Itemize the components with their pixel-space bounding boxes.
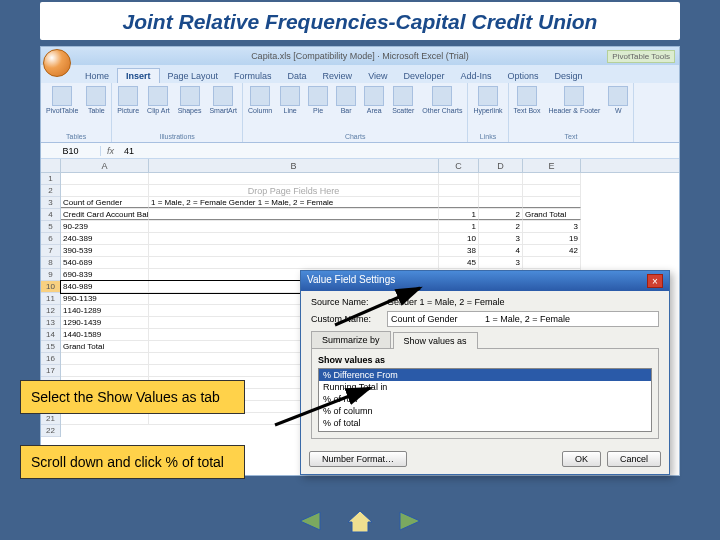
tab-view[interactable]: View [360, 69, 395, 83]
name-box[interactable]: B10 [41, 146, 101, 156]
col-header[interactable]: E [523, 159, 581, 172]
cell[interactable] [439, 173, 479, 184]
col-header[interactable]: D [479, 159, 523, 172]
cell[interactable] [479, 173, 523, 184]
cell[interactable]: 1290-1439 [61, 317, 149, 328]
cell[interactable] [61, 365, 149, 376]
cell[interactable]: 990-1139 [61, 293, 149, 304]
tab-design[interactable]: Design [547, 69, 591, 83]
cell[interactable]: 690-839 [61, 269, 149, 280]
number-format-button[interactable]: Number Format… [309, 451, 407, 467]
cell[interactable]: 1140-1289 [61, 305, 149, 316]
home-button[interactable] [344, 508, 376, 534]
ribbon-scatter[interactable]: Scatter [391, 85, 415, 115]
cell[interactable]: Grand Total [523, 209, 581, 220]
row-header[interactable]: 17 [41, 365, 60, 377]
cell[interactable] [61, 413, 149, 424]
close-icon[interactable]: × [647, 274, 663, 288]
tab-review[interactable]: Review [315, 69, 361, 83]
row-header[interactable]: 3 [41, 197, 60, 209]
cell[interactable]: 840-989 [61, 281, 149, 292]
row-header[interactable]: 14 [41, 329, 60, 341]
cell[interactable]: 3 [479, 233, 523, 244]
ribbon-other-charts[interactable]: Other Charts [421, 85, 463, 115]
tab-summarize-by[interactable]: Summarize by [311, 331, 391, 348]
cell[interactable] [523, 197, 581, 208]
ribbon-pie[interactable]: Pie [307, 85, 329, 115]
ribbon-smartart[interactable]: SmartArt [208, 85, 238, 115]
cell[interactable] [61, 173, 149, 184]
cell[interactable]: Credit Card Account Balance [61, 209, 149, 220]
formula-value[interactable]: 41 [120, 146, 138, 156]
cell[interactable] [479, 185, 523, 196]
row-header[interactable]: 10 [41, 281, 60, 293]
cell[interactable] [149, 233, 439, 244]
row-header[interactable]: 11 [41, 293, 60, 305]
ribbon-hyperlink[interactable]: Hyperlink [472, 85, 503, 115]
cell[interactable]: Count of Gender [61, 197, 149, 208]
ribbon-pivottable[interactable]: PivotTable [45, 85, 79, 115]
table-row[interactable]: 390-53938442 [61, 245, 581, 257]
cell[interactable] [479, 197, 523, 208]
cell[interactable]: 3 [479, 257, 523, 268]
ok-button[interactable]: OK [562, 451, 601, 467]
cell[interactable]: 3 [523, 221, 581, 232]
cell[interactable] [523, 257, 581, 268]
cell[interactable] [149, 221, 439, 232]
tab-insert[interactable]: Insert [117, 68, 160, 83]
cell[interactable]: 1 = Male, 2 = Female Gender 1 = Male, 2 … [149, 197, 439, 208]
next-button[interactable] [394, 508, 426, 534]
cell[interactable]: 540-689 [61, 257, 149, 268]
cell[interactable] [439, 185, 479, 196]
tab-data[interactable]: Data [280, 69, 315, 83]
row-header[interactable]: 16 [41, 353, 60, 365]
row-header[interactable]: 7 [41, 245, 60, 257]
cell[interactable]: 1 [439, 209, 479, 220]
row-header[interactable]: 15 [41, 341, 60, 353]
table-row[interactable]: 240-38910319 [61, 233, 581, 245]
ribbon-text-box[interactable]: Text Box [513, 85, 542, 115]
fx-icon[interactable]: fx [101, 146, 120, 156]
row-header[interactable]: 2 [41, 185, 60, 197]
cell[interactable] [439, 197, 479, 208]
ribbon-shapes[interactable]: Shapes [177, 85, 203, 115]
cell[interactable]: 240-389 [61, 233, 149, 244]
tab-formulas[interactable]: Formulas [226, 69, 280, 83]
ribbon-bar[interactable]: Bar [335, 85, 357, 115]
cell[interactable] [523, 173, 581, 184]
cell[interactable]: 42 [523, 245, 581, 256]
tab-page-layout[interactable]: Page Layout [160, 69, 227, 83]
row-header[interactable]: 22 [41, 425, 60, 437]
col-header[interactable]: B [149, 159, 439, 172]
table-row[interactable] [61, 173, 581, 185]
table-row[interactable]: Credit Card Account Balance12Grand Total [61, 209, 581, 221]
table-row[interactable]: Count of Gender1 = Male, 2 = Female Gend… [61, 197, 581, 209]
cell[interactable]: 10 [439, 233, 479, 244]
row-header[interactable]: 1 [41, 173, 60, 185]
tab-add-ins[interactable]: Add-Ins [453, 69, 500, 83]
tab-options[interactable]: Options [500, 69, 547, 83]
cell[interactable]: 2 [479, 221, 523, 232]
prev-button[interactable] [294, 508, 326, 534]
cell[interactable] [523, 185, 581, 196]
cell[interactable]: 45 [439, 257, 479, 268]
row-header[interactable]: 9 [41, 269, 60, 281]
row-header[interactable]: 21 [41, 413, 60, 425]
tab-developer[interactable]: Developer [395, 69, 452, 83]
table-row[interactable]: Drop Page Fields Here [61, 185, 581, 197]
cell[interactable] [149, 209, 439, 220]
tab-show-values-as[interactable]: Show values as [393, 332, 478, 349]
cell[interactable]: 19 [523, 233, 581, 244]
cell[interactable] [149, 257, 439, 268]
table-row[interactable]: 540-689453 [61, 257, 581, 269]
ribbon-table[interactable]: Table [85, 85, 107, 115]
cell[interactable]: 1 [439, 221, 479, 232]
ribbon-header-footer[interactable]: Header & Footer [547, 85, 601, 115]
row-header[interactable]: 8 [41, 257, 60, 269]
cell[interactable] [149, 245, 439, 256]
cell[interactable]: 2 [479, 209, 523, 220]
cell[interactable]: 390-539 [61, 245, 149, 256]
cell[interactable]: 4 [479, 245, 523, 256]
table-row[interactable]: 90-239123 [61, 221, 581, 233]
col-header[interactable]: A [61, 159, 149, 172]
